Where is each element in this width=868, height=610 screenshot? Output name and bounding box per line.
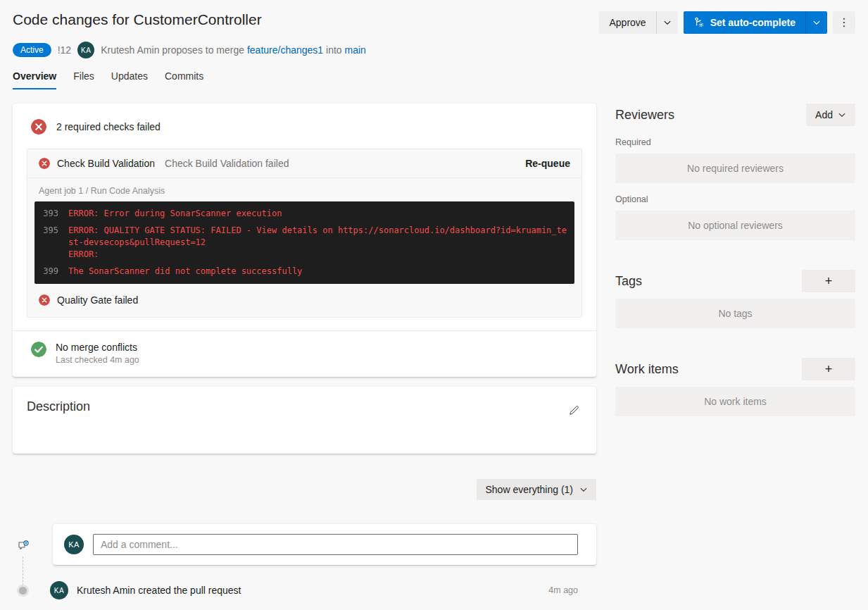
event-avatar: KA [50, 581, 68, 599]
tab-commits[interactable]: Commits [165, 70, 203, 89]
build-check-header: Check Build Validation Check Build Valid… [27, 149, 581, 178]
pr-sidebar: Reviewers Add Required No required revie… [615, 104, 855, 429]
reviewers-section: Reviewers Add Required No required revie… [615, 104, 855, 240]
plus-icon: + [825, 362, 833, 377]
approve-dropdown-button[interactable] [657, 11, 678, 34]
success-icon [31, 342, 46, 357]
optional-reviewers-empty: No optional reviewers [615, 211, 855, 240]
pull-request-page: Code changes for CustomerController Appr… [0, 0, 868, 610]
timeline-connector [23, 556, 23, 589]
tags-title: Tags [615, 274, 642, 289]
checks-summary-row: 2 required checks failed [13, 104, 596, 147]
set-auto-complete-button[interactable]: Set auto-complete [684, 11, 805, 34]
timeline-dot [19, 587, 27, 595]
tab-overview[interactable]: Overview [13, 70, 56, 89]
check-status: Check Build Validation failed [165, 158, 289, 169]
build-check-panel: Check Build Validation Check Build Valid… [27, 149, 582, 318]
chevron-down-icon [579, 485, 588, 494]
add-reviewer-label: Add [815, 109, 833, 120]
description-card: Description [13, 387, 596, 454]
show-everything-dropdown[interactable]: Show everything (1) [477, 479, 596, 500]
log-line-text: The SonarScanner did not complete succes… [68, 266, 569, 278]
tags-section: Tags + No tags [615, 270, 855, 328]
pencil-icon [568, 405, 579, 416]
add-tag-button[interactable]: + [802, 270, 855, 292]
proposal-text: Krutesh Amin proposes to merge feature/c… [101, 44, 366, 56]
pr-tabs: Overview Files Updates Commits [13, 70, 855, 89]
tags-empty: No tags [615, 299, 855, 328]
proposal-prefix: Krutesh Amin proposes to merge [101, 44, 244, 56]
event-text: Krutesh Amin created the pull request [77, 585, 241, 596]
branch-gear-icon [693, 17, 705, 28]
log-line-text-part1: ERROR: QUALITY GATE STATUS: FAILED - Vie… [68, 225, 567, 247]
work-items-section: Work items + No work items [615, 358, 855, 416]
spacer [615, 341, 855, 358]
main-content: 2 required checks failed Check Build Val… [0, 89, 868, 610]
target-branch-link[interactable]: main [345, 44, 366, 56]
log-line-number: 399 [34, 266, 68, 278]
page-title: Code changes for CustomerController [13, 11, 262, 28]
more-icon: ⋮ [838, 16, 850, 28]
log-line-text-part2: ERROR: [68, 249, 569, 261]
chevron-down-icon [663, 18, 672, 27]
description-title: Description [27, 399, 90, 414]
log-line: 393 ERROR: Error during SonarScanner exe… [34, 208, 569, 220]
reviewers-title: Reviewers [615, 108, 674, 123]
header-top-row: Code changes for CustomerController Appr… [13, 11, 855, 34]
required-reviewers-empty: No required reviewers [615, 154, 855, 183]
work-items-empty: No work items [615, 387, 855, 416]
tags-header: Tags + [615, 270, 855, 292]
log-line: 399 The SonarScanner did not complete su… [34, 266, 569, 278]
required-reviewers-label: Required [615, 137, 855, 147]
reviewers-header: Reviewers Add [615, 104, 855, 126]
check-name[interactable]: Check Build Validation [57, 158, 155, 169]
comment-input[interactable] [93, 534, 578, 555]
plus-icon: + [825, 274, 833, 289]
log-line-text: ERROR: QUALITY GATE STATUS: FAILED - Vie… [68, 225, 569, 261]
more-options-button[interactable]: ⋮ [833, 11, 855, 34]
show-everything-label: Show everything (1) [485, 484, 573, 495]
proposal-middle: into [326, 44, 342, 56]
failed-icon [39, 294, 50, 306]
new-comment-card: KA [53, 524, 596, 565]
tab-files[interactable]: Files [73, 70, 94, 89]
work-items-title: Work items [615, 362, 679, 377]
approve-split-button: Approve [599, 11, 677, 34]
quality-gate-status: Quality Gate failed [57, 294, 138, 306]
work-items-header: Work items + [615, 358, 855, 380]
discussion-section: KA KA Krutesh Amin created the pull requ… [13, 524, 596, 610]
log-line-number: 393 [34, 208, 68, 220]
header-actions: Approve [599, 11, 855, 34]
set-auto-complete-label: Set auto-complete [710, 17, 795, 28]
log-line-number: 395 [34, 225, 68, 261]
failed-icon [39, 158, 50, 169]
pr-header: Code changes for CustomerController Appr… [0, 0, 868, 89]
tab-updates[interactable]: Updates [111, 70, 148, 89]
merge-status: No merge conflicts [56, 342, 139, 353]
chevron-down-icon [812, 18, 821, 27]
event-time: 4m ago [548, 585, 578, 595]
log-line-text: ERROR: Error during SonarScanner executi… [68, 208, 569, 220]
add-work-item-button[interactable]: + [802, 358, 855, 380]
autocomplete-split-button: Set auto-complete [684, 11, 827, 34]
optional-reviewers-label: Optional [615, 194, 855, 204]
source-branch-link[interactable]: feature/changes1 [247, 44, 323, 56]
merge-status-row: No merge conflicts Last checked 4m ago [13, 331, 596, 377]
approve-button[interactable]: Approve [599, 11, 655, 34]
status-badge: Active [13, 43, 51, 57]
timeline-event: KA Krutesh Amin created the pull request… [50, 581, 596, 599]
failed-icon [31, 119, 46, 135]
spacer [615, 253, 855, 270]
timeline-filter-row: Show everything (1) [13, 479, 596, 500]
overview-column: 2 required checks failed Check Build Val… [13, 104, 596, 610]
checks-card: 2 required checks failed Check Build Val… [13, 104, 596, 377]
log-console[interactable]: 393 ERROR: Error during SonarScanner exe… [34, 201, 574, 284]
job-path: Agent job 1 / Run Code Analysis [27, 178, 581, 201]
add-reviewer-button[interactable]: Add [806, 104, 855, 126]
quality-gate-row: Quality Gate failed [27, 284, 581, 317]
author-avatar: KA [77, 42, 94, 58]
requeue-button[interactable]: Re-queue [525, 158, 570, 169]
pr-status-row: Active !12 KA Krutesh Amin proposes to m… [13, 42, 855, 58]
edit-description-button[interactable] [565, 402, 582, 421]
autocomplete-dropdown-button[interactable] [806, 11, 827, 34]
